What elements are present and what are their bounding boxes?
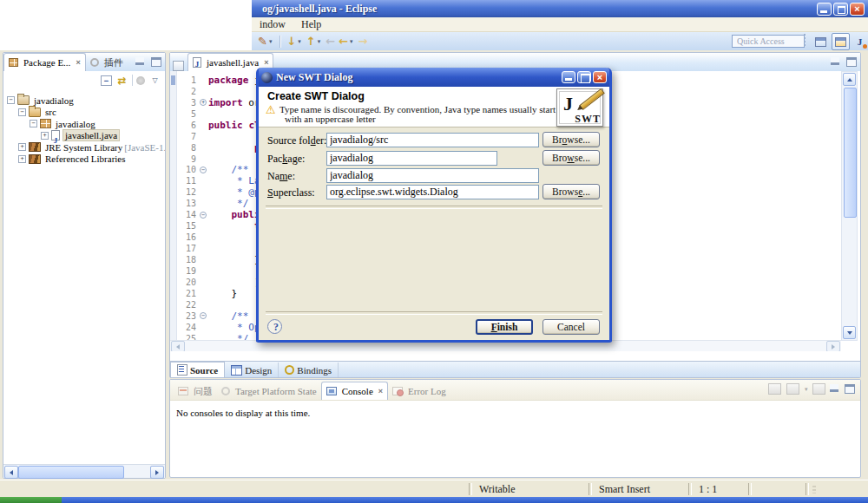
package-field[interactable]: [326, 151, 497, 166]
package-explorer-tabbar: Package E... × 插件: [3, 53, 165, 72]
fold-marker-icon[interactable]: −: [200, 312, 207, 319]
previous-annotation-dropdown-icon[interactable]: ▾: [318, 38, 321, 45]
dialog-close-button[interactable]: ×: [593, 71, 607, 83]
tree-item-label: javashell.java: [62, 129, 120, 141]
scroll-down-button[interactable]: [843, 326, 856, 339]
close-button[interactable]: ×: [850, 3, 865, 16]
minimize-editor-icon[interactable]: [831, 57, 839, 65]
page-tab-source[interactable]: Source: [170, 362, 225, 377]
line-number: 19: [177, 266, 199, 276]
toolbar-last-edit-location-icon[interactable]: ←: [324, 34, 337, 49]
pin-console-icon[interactable]: [768, 383, 781, 395]
minimize-button[interactable]: [817, 3, 832, 16]
scroll-right-button[interactable]: [826, 341, 840, 351]
view-tab-label: Console: [342, 386, 373, 396]
fold-marker-icon[interactable]: −: [200, 167, 207, 173]
maximize-view-icon[interactable]: [151, 57, 161, 67]
minimize-console-icon[interactable]: [830, 384, 838, 392]
tree-item[interactable]: +Jjavashell.java: [3, 130, 165, 142]
page-tab-design[interactable]: Design: [225, 363, 279, 377]
close-tab-icon[interactable]: ×: [264, 58, 268, 67]
java-file-icon: J: [193, 57, 201, 68]
horizontal-scrollbar[interactable]: [3, 464, 165, 478]
tree-toggle-icon[interactable]: +: [18, 143, 26, 151]
package-browse-button[interactable]: Browse...: [542, 150, 600, 166]
fold-marker-icon[interactable]: +: [200, 99, 207, 106]
scroll-up-button[interactable]: [843, 73, 856, 86]
tree-item[interactable]: +Referenced Libraries: [3, 154, 165, 166]
toolbar-new-wizard-icon[interactable]: ✎: [256, 34, 269, 49]
console-tab-errorlog[interactable]: Error Log: [388, 382, 450, 400]
tree-toggle-icon[interactable]: −: [30, 120, 37, 127]
tree-toggle-icon[interactable]: −: [7, 96, 15, 104]
scroll-left-button[interactable]: [4, 466, 18, 479]
menu-help[interactable]: Help: [293, 18, 329, 31]
tab-plugins[interactable]: 插件: [86, 54, 128, 71]
perspective-dot-icon: [863, 44, 867, 49]
scrollbar-thumb[interactable]: [844, 88, 857, 218]
scroll-right-button[interactable]: [150, 466, 164, 479]
name-field[interactable]: [326, 168, 539, 183]
next-annotation-dropdown-icon[interactable]: ▾: [298, 38, 301, 45]
dialog-maximize-button[interactable]: [577, 71, 591, 83]
tree-toggle-icon[interactable]: +: [18, 155, 26, 163]
superclass-field[interactable]: [326, 185, 539, 199]
help-button[interactable]: ?: [267, 319, 282, 334]
tree-item[interactable]: −src: [3, 107, 165, 119]
dialog-header-title: Create SWT Dialog: [267, 90, 365, 102]
close-tab-icon[interactable]: ×: [378, 387, 383, 395]
open-console-icon[interactable]: [812, 383, 825, 395]
back-dropdown-icon[interactable]: ▾: [350, 38, 353, 45]
warning-icon: ⚠: [266, 103, 276, 116]
tree-toggle-icon[interactable]: −: [18, 108, 26, 116]
collapse-all-icon[interactable]: −: [101, 75, 112, 86]
line-number: 13: [177, 199, 199, 208]
link-with-editor-icon[interactable]: ⇄: [115, 75, 128, 87]
finish-button[interactable]: Finish: [476, 319, 533, 335]
close-tab-icon[interactable]: ×: [76, 58, 80, 67]
menu-window[interactable]: indow: [252, 18, 293, 31]
restore-button[interactable]: [833, 3, 848, 16]
minimize-view-icon[interactable]: [135, 57, 144, 65]
open-perspective-button[interactable]: [812, 33, 830, 50]
dialog-titlebar[interactable]: New SWT Dialog ×: [259, 68, 609, 87]
new-wizard-dropdown-icon[interactable]: ▾: [269, 38, 273, 45]
console-tab-console[interactable]: Console×: [321, 382, 388, 400]
source-folder-browse-button[interactable]: Browse...: [542, 132, 600, 147]
java-perspective-button[interactable]: J: [851, 33, 868, 50]
superclass-browse-button[interactable]: Browse...: [542, 184, 600, 199]
tab-package-explorer[interactable]: Package E... ×: [3, 53, 86, 71]
toolbar-forward-icon[interactable]: →: [357, 34, 370, 49]
editor-vertical-scrollbar[interactable]: [841, 71, 858, 341]
scroll-left-button[interactable]: [171, 341, 185, 351]
editor-list-icon[interactable]: [173, 61, 184, 71]
quick-access-input[interactable]: Quick Access: [732, 35, 805, 48]
console-tab-problems[interactable]: 问题: [174, 382, 217, 400]
focus-icon[interactable]: [136, 76, 145, 85]
toolbar-previous-annotation-icon[interactable]: ↑: [305, 34, 318, 49]
view-menu-icon[interactable]: ▽: [148, 75, 161, 87]
display-selected-console-icon[interactable]: [786, 383, 799, 395]
tree-toggle-icon[interactable]: +: [41, 132, 49, 140]
page-tab-bindings[interactable]: Bindings: [279, 363, 339, 377]
writable-status: Writable: [479, 483, 516, 496]
console-tab-target[interactable]: Target Platform State: [217, 382, 321, 400]
maximize-console-icon[interactable]: [845, 384, 855, 394]
source-folder-field[interactable]: [326, 133, 539, 147]
active-perspective-button[interactable]: [832, 33, 850, 50]
fold-marker-icon[interactable]: −: [200, 212, 207, 219]
display-console-dropdown-icon[interactable]: ▾: [805, 386, 808, 393]
tree-item[interactable]: +JRE System Library [JavaSE-1.: [3, 141, 165, 154]
tab-label: Package E...: [23, 57, 70, 68]
tree-item[interactable]: −javadialog: [3, 118, 165, 130]
start-button-edge[interactable]: [0, 497, 62, 503]
maximize-editor-icon[interactable]: [846, 57, 857, 67]
dialog-minimize-button[interactable]: [562, 71, 575, 83]
toolbar-back-icon[interactable]: ←: [337, 34, 350, 49]
line-number: 8: [177, 143, 199, 153]
cancel-button[interactable]: Cancel: [542, 319, 600, 335]
scrollbar-thumb[interactable]: [18, 466, 124, 479]
view-tab-label: Target Platform State: [235, 386, 317, 396]
tree-item[interactable]: −javadialog: [3, 95, 165, 107]
toolbar-next-annotation-icon[interactable]: ↓: [285, 34, 298, 49]
